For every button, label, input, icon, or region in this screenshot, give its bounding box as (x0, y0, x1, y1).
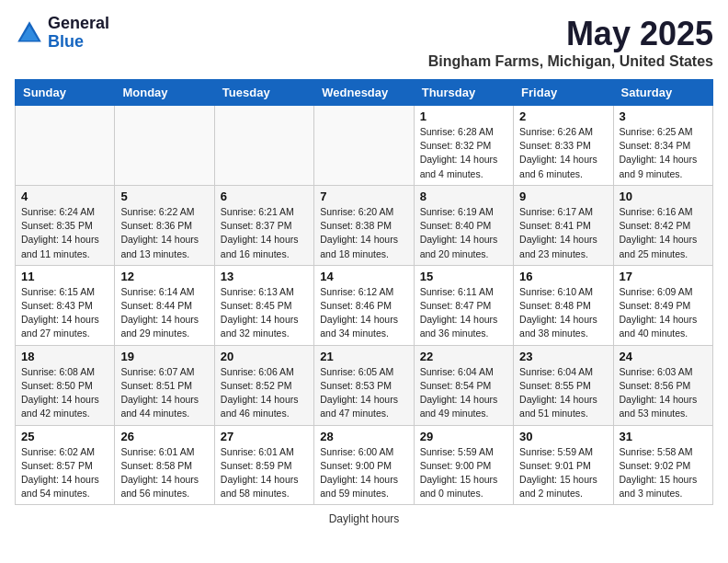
day-number: 30 (519, 430, 607, 443)
table-row (16, 106, 115, 186)
day-info: Sunrise: 6:28 AM Sunset: 8:32 PM Dayligh… (420, 125, 507, 181)
day-info: Sunrise: 6:05 AM Sunset: 8:53 PM Dayligh… (320, 365, 407, 421)
day-number: 6 (221, 190, 308, 203)
logo-blue: Blue (48, 33, 109, 52)
calendar-header-row: Sunday Monday Tuesday Wednesday Thursday… (16, 80, 713, 106)
table-row: 14Sunrise: 6:12 AM Sunset: 8:46 PM Dayli… (314, 265, 414, 345)
table-row: 4Sunrise: 6:24 AM Sunset: 8:35 PM Daylig… (16, 185, 115, 265)
day-info: Sunrise: 6:01 AM Sunset: 8:59 PM Dayligh… (221, 445, 308, 501)
day-info: Sunrise: 6:03 AM Sunset: 8:56 PM Dayligh… (620, 365, 707, 421)
table-row: 13Sunrise: 6:13 AM Sunset: 8:45 PM Dayli… (214, 265, 313, 345)
table-row: 27Sunrise: 6:01 AM Sunset: 8:59 PM Dayli… (214, 425, 313, 505)
day-number: 17 (620, 270, 707, 283)
table-row: 23Sunrise: 6:04 AM Sunset: 8:55 PM Dayli… (514, 345, 613, 425)
day-info: Sunrise: 6:09 AM Sunset: 8:49 PM Dayligh… (620, 285, 707, 341)
day-info: Sunrise: 6:16 AM Sunset: 8:42 PM Dayligh… (620, 205, 707, 261)
day-number: 23 (519, 350, 607, 363)
day-info: Sunrise: 6:14 AM Sunset: 8:44 PM Dayligh… (120, 285, 208, 341)
day-number: 27 (221, 430, 308, 443)
table-row: 9Sunrise: 6:17 AM Sunset: 8:41 PM Daylig… (514, 185, 613, 265)
day-info: Sunrise: 6:19 AM Sunset: 8:40 PM Dayligh… (420, 205, 507, 261)
header-tuesday: Tuesday (214, 80, 313, 106)
day-number: 28 (320, 430, 407, 443)
table-row: 26Sunrise: 6:01 AM Sunset: 8:58 PM Dayli… (115, 425, 214, 505)
day-number: 8 (420, 190, 507, 203)
table-row (115, 106, 214, 186)
table-row: 3Sunrise: 6:25 AM Sunset: 8:34 PM Daylig… (613, 106, 712, 186)
table-row (314, 106, 414, 186)
day-info: Sunrise: 6:26 AM Sunset: 8:33 PM Dayligh… (519, 125, 607, 181)
day-number: 11 (21, 270, 108, 283)
day-number: 21 (320, 350, 407, 363)
location-title: Bingham Farms, Michigan, United States (428, 53, 713, 70)
daylight-label: Daylight hours (329, 512, 400, 525)
day-info: Sunrise: 6:20 AM Sunset: 8:38 PM Dayligh… (320, 205, 407, 261)
day-number: 20 (221, 350, 308, 363)
header-thursday: Thursday (414, 80, 513, 106)
day-info: Sunrise: 6:10 AM Sunset: 8:48 PM Dayligh… (519, 285, 607, 341)
header-sunday: Sunday (16, 80, 115, 106)
table-row: 21Sunrise: 6:05 AM Sunset: 8:53 PM Dayli… (314, 345, 414, 425)
table-row: 18Sunrise: 6:08 AM Sunset: 8:50 PM Dayli… (16, 345, 115, 425)
day-number: 7 (320, 190, 407, 203)
table-row: 20Sunrise: 6:06 AM Sunset: 8:52 PM Dayli… (214, 345, 313, 425)
table-row: 22Sunrise: 6:04 AM Sunset: 8:54 PM Dayli… (414, 345, 513, 425)
day-number: 14 (320, 270, 407, 283)
day-info: Sunrise: 6:25 AM Sunset: 8:34 PM Dayligh… (620, 125, 707, 181)
table-row: 6Sunrise: 6:21 AM Sunset: 8:37 PM Daylig… (214, 185, 313, 265)
logo-text: General Blue (48, 15, 109, 52)
table-row: 10Sunrise: 6:16 AM Sunset: 8:42 PM Dayli… (613, 185, 712, 265)
day-info: Sunrise: 6:08 AM Sunset: 8:50 PM Dayligh… (21, 365, 108, 421)
day-number: 22 (420, 350, 507, 363)
table-row: 28Sunrise: 6:00 AM Sunset: 9:00 PM Dayli… (314, 425, 414, 505)
calendar-week-row: 18Sunrise: 6:08 AM Sunset: 8:50 PM Dayli… (16, 345, 713, 425)
table-row (214, 106, 313, 186)
day-info: Sunrise: 5:58 AM Sunset: 9:02 PM Dayligh… (620, 445, 707, 501)
day-number: 18 (21, 350, 108, 363)
day-info: Sunrise: 6:02 AM Sunset: 8:57 PM Dayligh… (21, 445, 108, 501)
table-row: 24Sunrise: 6:03 AM Sunset: 8:56 PM Dayli… (613, 345, 712, 425)
day-number: 31 (620, 430, 707, 443)
header-saturday: Saturday (613, 80, 712, 106)
day-number: 9 (519, 190, 607, 203)
calendar-week-row: 4Sunrise: 6:24 AM Sunset: 8:35 PM Daylig… (16, 185, 713, 265)
table-row: 31Sunrise: 5:58 AM Sunset: 9:02 PM Dayli… (613, 425, 712, 505)
calendar-week-row: 11Sunrise: 6:15 AM Sunset: 8:43 PM Dayli… (16, 265, 713, 345)
table-row: 7Sunrise: 6:20 AM Sunset: 8:38 PM Daylig… (314, 185, 414, 265)
day-number: 24 (620, 350, 707, 363)
day-number: 15 (420, 270, 507, 283)
logo: General Blue (15, 15, 109, 52)
day-info: Sunrise: 6:11 AM Sunset: 8:47 PM Dayligh… (420, 285, 507, 341)
table-row: 17Sunrise: 6:09 AM Sunset: 8:49 PM Dayli… (613, 265, 712, 345)
table-row: 16Sunrise: 6:10 AM Sunset: 8:48 PM Dayli… (514, 265, 613, 345)
table-row: 12Sunrise: 6:14 AM Sunset: 8:44 PM Dayli… (115, 265, 214, 345)
month-title: May 2025 (428, 15, 713, 53)
page-header: General Blue May 2025 Bingham Farms, Mic… (15, 15, 713, 70)
day-info: Sunrise: 6:12 AM Sunset: 8:46 PM Dayligh… (320, 285, 407, 341)
day-info: Sunrise: 6:21 AM Sunset: 8:37 PM Dayligh… (221, 205, 308, 261)
day-number: 5 (120, 190, 208, 203)
calendar-week-row: 25Sunrise: 6:02 AM Sunset: 8:57 PM Dayli… (16, 425, 713, 505)
day-info: Sunrise: 5:59 AM Sunset: 9:01 PM Dayligh… (519, 445, 607, 501)
day-number: 13 (221, 270, 308, 283)
day-number: 10 (620, 190, 707, 203)
day-number: 26 (120, 430, 208, 443)
table-row: 8Sunrise: 6:19 AM Sunset: 8:40 PM Daylig… (414, 185, 513, 265)
day-number: 1 (420, 109, 507, 123)
day-info: Sunrise: 5:59 AM Sunset: 9:00 PM Dayligh… (420, 445, 507, 501)
calendar: Sunday Monday Tuesday Wednesday Thursday… (15, 79, 713, 505)
day-info: Sunrise: 6:24 AM Sunset: 8:35 PM Dayligh… (21, 205, 108, 261)
table-row: 29Sunrise: 5:59 AM Sunset: 9:00 PM Dayli… (414, 425, 513, 505)
day-info: Sunrise: 6:07 AM Sunset: 8:51 PM Dayligh… (120, 365, 208, 421)
table-row: 30Sunrise: 5:59 AM Sunset: 9:01 PM Dayli… (514, 425, 613, 505)
table-row: 25Sunrise: 6:02 AM Sunset: 8:57 PM Dayli… (16, 425, 115, 505)
table-row: 19Sunrise: 6:07 AM Sunset: 8:51 PM Dayli… (115, 345, 214, 425)
title-section: May 2025 Bingham Farms, Michigan, United… (428, 15, 713, 70)
day-number: 4 (21, 190, 108, 203)
day-info: Sunrise: 6:06 AM Sunset: 8:52 PM Dayligh… (221, 365, 308, 421)
day-number: 29 (420, 430, 507, 443)
day-info: Sunrise: 6:22 AM Sunset: 8:36 PM Dayligh… (120, 205, 208, 261)
table-row: 2Sunrise: 6:26 AM Sunset: 8:33 PM Daylig… (514, 106, 613, 186)
table-row: 15Sunrise: 6:11 AM Sunset: 8:47 PM Dayli… (414, 265, 513, 345)
day-info: Sunrise: 6:15 AM Sunset: 8:43 PM Dayligh… (21, 285, 108, 341)
